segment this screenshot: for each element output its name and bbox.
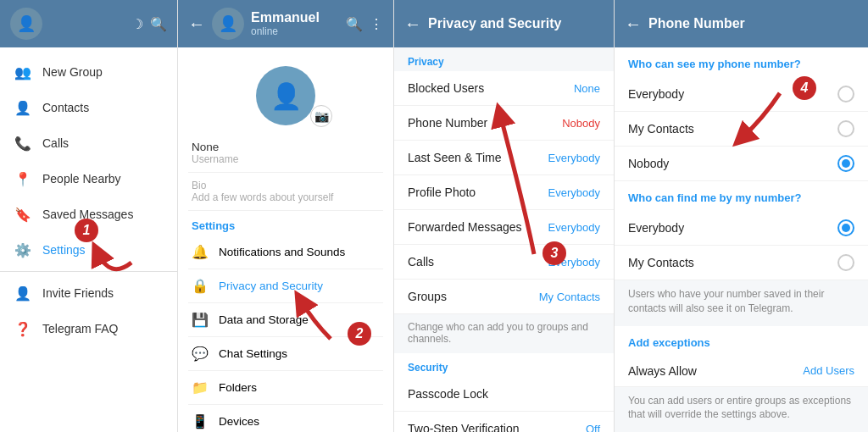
- saved-icon: 🔖: [14, 205, 32, 224]
- radio-everybody-see[interactable]: Everybody: [615, 77, 868, 112]
- settings-item-devices[interactable]: 📱 Devices: [188, 405, 383, 432]
- radio-everybody-find[interactable]: Everybody: [615, 211, 868, 246]
- notifications-icon: 🔔: [192, 244, 209, 260]
- sidebar-item-faq[interactable]: ❓ Telegram FAQ: [0, 311, 177, 346]
- badge-4: 4: [793, 76, 816, 100]
- sidebar-item-new-group[interactable]: 👥 New Group: [0, 54, 177, 90]
- privacy-item-forwarded[interactable]: Forwarded Messages Everybody: [394, 210, 614, 245]
- chats-panel: ← 👤 Emmanuel online 🔍 ⋮ 👤 📷 None Usernam…: [178, 0, 394, 432]
- privacy-item-passcode[interactable]: Passcode Lock: [394, 377, 614, 412]
- photo-value: Everybody: [548, 186, 600, 199]
- passcode-label: Passcode Lock: [408, 387, 488, 401]
- lastseen-value: Everybody: [548, 152, 600, 164]
- invite-icon: 👤: [14, 284, 32, 302]
- settings-item-label: Data and Storage: [219, 313, 309, 326]
- phone-value: Nobody: [562, 117, 600, 130]
- badge-1: 1: [75, 219, 98, 242]
- radio-circle-everybody-find: [837, 219, 854, 236]
- faq-icon: ❓: [14, 319, 32, 338]
- phone-number-panel: ← Phone Number Who can see my phone numb…: [615, 0, 868, 432]
- radio-contacts-see[interactable]: My Contacts: [615, 112, 868, 147]
- security-section-label: Security: [394, 353, 614, 377]
- more-icon[interactable]: ⋮: [370, 16, 383, 32]
- user-status: online: [251, 25, 339, 37]
- badge-2: 2: [348, 322, 371, 346]
- sidebar-item-contacts[interactable]: 👤 Contacts: [0, 90, 177, 125]
- chat-icon: 💬: [192, 346, 209, 362]
- settings-item-notifications[interactable]: 🔔 Notifications and Sounds: [188, 235, 383, 269]
- settings-section-title: Settings: [188, 211, 383, 235]
- exceptions-note: You can add users or entire groups as ex…: [615, 387, 868, 432]
- phone-content: Who can see my phone number? Everybody M…: [615, 47, 868, 432]
- sidebar-item-label: Settings: [42, 243, 86, 257]
- sidebar-item-people-nearby[interactable]: 📍 People Nearby: [0, 161, 177, 197]
- profile-avatar-large: 👤: [256, 66, 315, 125]
- radio-contacts-find[interactable]: My Contacts: [615, 246, 868, 280]
- sidebar-header: 👤 ☽ 🔍: [0, 0, 177, 47]
- settings-item-label: Devices: [219, 415, 259, 428]
- bio-field: Bio Add a few words about yourself: [188, 173, 383, 211]
- search-icon[interactable]: 🔍: [150, 16, 167, 32]
- back-button-privacy[interactable]: ←: [404, 14, 421, 34]
- twostep-value: Off: [586, 423, 600, 433]
- sidebar-item-label: Telegram FAQ: [42, 322, 118, 335]
- chats-content: 👤 📷 None Username Bio Add a few words ab…: [178, 47, 393, 432]
- radio-circle-nobody-see: [837, 155, 854, 172]
- radio-nobody-see[interactable]: Nobody: [615, 147, 868, 181]
- privacy-item-calls[interactable]: Calls Everybody: [394, 245, 614, 280]
- camera-button[interactable]: 📷: [310, 105, 332, 127]
- calls-icon: 📞: [14, 134, 32, 152]
- sidebar-header-icons: ☽ 🔍: [131, 16, 167, 32]
- profile-avatar-small: 👤: [212, 8, 244, 40]
- nobody-see-label: Nobody: [628, 157, 669, 170]
- calls-label: Calls: [408, 255, 434, 269]
- sidebar-item-calls[interactable]: 📞 Calls: [0, 125, 177, 161]
- find-note: Users who have your number saved in thei…: [615, 280, 868, 326]
- sidebar-item-label: Calls: [42, 136, 69, 150]
- sidebar-item-label: Invite Friends: [42, 286, 114, 300]
- badge-3: 3: [542, 241, 566, 265]
- contacts-see-label: My Contacts: [628, 122, 694, 136]
- privacy-content: Privacy Blocked Users None Phone Number …: [394, 47, 614, 432]
- always-allow-row[interactable]: Always Allow Add Users: [615, 356, 868, 387]
- privacy-icon: 🔒: [192, 278, 209, 294]
- phone-title: Phone Number: [648, 16, 745, 31]
- forwarded-value: Everybody: [548, 221, 600, 234]
- chats-header-icons: 🔍 ⋮: [346, 16, 383, 32]
- privacy-item-twostep[interactable]: Two-Step Verification Off: [394, 412, 614, 432]
- privacy-section-label: Privacy: [394, 47, 614, 71]
- new-group-icon: 👥: [14, 63, 32, 81]
- twostep-label: Two-Step Verification: [408, 422, 520, 432]
- radio-circle-contacts-see: [837, 120, 854, 137]
- sidebar-panel: 👤 ☽ 🔍 👥 New Group 👤 Contacts 📞 Calls 📍 P…: [0, 0, 178, 432]
- radio-circle-contacts-find: [837, 254, 854, 271]
- settings-item-folders[interactable]: 📁 Folders: [188, 371, 383, 405]
- back-button[interactable]: ←: [188, 14, 205, 34]
- add-users-button[interactable]: Add Users: [803, 364, 854, 377]
- privacy-title: Privacy and Security: [428, 16, 604, 31]
- bio-placeholder: Add a few words about yourself: [192, 191, 380, 203]
- privacy-item-phone[interactable]: Phone Number Nobody: [394, 106, 614, 141]
- everybody-find-label: Everybody: [628, 221, 684, 235]
- settings-item-label: Notifications and Sounds: [219, 246, 345, 258]
- menu-divider: [0, 271, 177, 272]
- back-button-phone[interactable]: ←: [625, 14, 642, 34]
- phone-label: Phone Number: [408, 116, 487, 130]
- lastseen-label: Last Seen & Time: [408, 151, 502, 164]
- devices-icon: 📱: [192, 413, 209, 429]
- search-icon[interactable]: 🔍: [346, 16, 363, 32]
- chats-header: ← 👤 Emmanuel online 🔍 ⋮: [178, 0, 393, 47]
- settings-item-privacy[interactable]: 🔒 Privacy and Security: [188, 269, 383, 303]
- groups-label: Groups: [408, 290, 447, 303]
- moon-icon[interactable]: ☽: [131, 16, 143, 32]
- privacy-item-blocked[interactable]: Blocked Users None: [394, 71, 614, 106]
- privacy-item-photo[interactable]: Profile Photo Everybody: [394, 175, 614, 210]
- sidebar-item-invite[interactable]: 👤 Invite Friends: [0, 275, 177, 311]
- exceptions-title: Add exceptions: [615, 326, 868, 356]
- always-allow-label: Always Allow: [628, 364, 697, 378]
- privacy-item-lastseen[interactable]: Last Seen & Time Everybody: [394, 141, 614, 175]
- forwarded-label: Forwarded Messages: [408, 220, 522, 234]
- privacy-item-groups[interactable]: Groups My Contacts: [394, 280, 614, 314]
- user-avatar: 👤: [10, 8, 42, 40]
- bio-label: Bio: [192, 180, 380, 191]
